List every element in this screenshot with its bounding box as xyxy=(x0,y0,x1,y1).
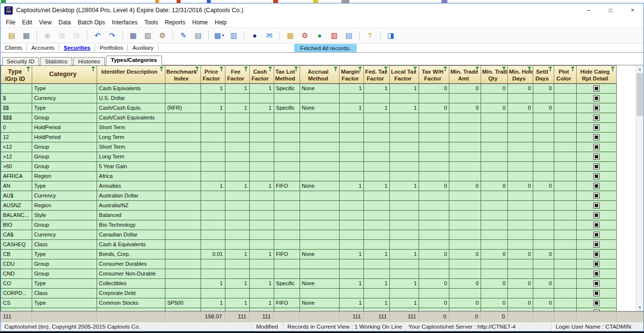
cell-taxwh[interactable] xyxy=(419,152,449,162)
filter-icon[interactable] xyxy=(195,67,200,72)
cell-localtax[interactable]: 1 xyxy=(390,84,419,94)
cell-taxlot[interactable]: FIFO xyxy=(274,298,300,308)
cell-fee[interactable]: 1 xyxy=(225,298,250,308)
cell-margin[interactable] xyxy=(340,94,364,103)
cell-benchmark[interactable] xyxy=(165,84,201,94)
cell-benchmark[interactable] xyxy=(165,230,201,240)
cell-price[interactable] xyxy=(201,191,225,201)
column-header-min_hold[interactable]: Min. HoldDays xyxy=(508,66,533,84)
filter-icon[interactable] xyxy=(571,67,575,72)
cell-margin[interactable] xyxy=(340,230,364,240)
cell-id[interactable]: $ xyxy=(1,94,32,103)
cell-fee[interactable] xyxy=(225,152,250,162)
cell-min_qty[interactable]: 0 xyxy=(481,298,508,308)
cell-margin[interactable] xyxy=(340,133,364,142)
cell-taxlot[interactable]: FIFO xyxy=(274,250,300,259)
cell-accrual[interactable]: None xyxy=(300,84,340,94)
web-icon[interactable]: ● xyxy=(313,30,326,41)
cell-fedtax[interactable] xyxy=(364,230,390,240)
cell-description[interactable]: U.S. Dollar xyxy=(97,94,165,103)
cell-description[interactable]: Consumer Non-Durable xyxy=(97,269,165,279)
cell-min_amt[interactable] xyxy=(449,269,481,279)
cell-plot[interactable] xyxy=(554,298,577,308)
cell-fedtax[interactable]: 1 xyxy=(364,250,390,259)
cell-localtax[interactable] xyxy=(390,201,419,211)
cell-price[interactable]: 1 xyxy=(201,279,225,289)
menu-item-interfaces[interactable]: Interfaces xyxy=(108,18,141,27)
cell-plot[interactable] xyxy=(554,172,577,181)
cell-cash[interactable] xyxy=(250,123,274,133)
cell-margin[interactable] xyxy=(340,220,364,230)
cell-min_qty[interactable] xyxy=(481,240,508,250)
cell-fedtax[interactable]: 1 xyxy=(364,181,390,191)
cell-plot[interactable] xyxy=(554,103,577,113)
cell-taxlot[interactable] xyxy=(274,113,300,123)
hide-category-checkbox[interactable] xyxy=(593,154,600,160)
cell-taxlot[interactable] xyxy=(274,211,300,220)
cell-localtax[interactable] xyxy=(390,230,419,240)
cell-margin[interactable] xyxy=(340,152,364,162)
filter-icon[interactable] xyxy=(160,67,164,72)
cell-price[interactable]: 1 xyxy=(201,181,225,191)
cell-min_amt[interactable] xyxy=(449,152,481,162)
cell-id[interactable]: $$$ xyxy=(1,113,32,123)
column-header-price[interactable]: PriceFactor xyxy=(201,66,225,84)
cell-taxwh[interactable]: 0 xyxy=(419,279,449,289)
cell-min_amt[interactable] xyxy=(449,289,481,298)
cell-settl[interactable]: 0 xyxy=(533,279,554,289)
cell-accrual[interactable] xyxy=(300,123,340,133)
cell-localtax[interactable] xyxy=(390,123,419,133)
cell-category[interactable]: Type xyxy=(32,279,97,289)
cell-fedtax[interactable] xyxy=(364,142,390,152)
tab-accounts[interactable]: Accounts xyxy=(27,44,59,51)
cell-min_amt[interactable] xyxy=(449,240,481,250)
hide-category-checkbox[interactable] xyxy=(593,95,600,101)
cell-min_hold[interactable] xyxy=(508,162,533,172)
cell-margin[interactable] xyxy=(340,191,364,201)
cell-category[interactable]: Type xyxy=(32,84,97,94)
cell-min_qty[interactable] xyxy=(481,191,508,201)
cell-fedtax[interactable] xyxy=(364,162,390,172)
cell-cash[interactable] xyxy=(250,220,274,230)
cell-taxwh[interactable] xyxy=(419,240,449,250)
cell-accrual[interactable]: None xyxy=(300,103,340,113)
menu-item-view[interactable]: View xyxy=(36,18,55,27)
cell-settl[interactable] xyxy=(533,211,554,220)
cell-plot[interactable] xyxy=(554,123,577,133)
hide-category-checkbox[interactable] xyxy=(593,280,600,287)
notes-icon[interactable]: ▤ xyxy=(192,30,204,41)
filter-icon[interactable] xyxy=(611,67,615,72)
cell-plot[interactable] xyxy=(554,269,577,279)
cell-cash[interactable] xyxy=(250,94,274,103)
cell-settl[interactable] xyxy=(533,191,554,201)
cell-cash[interactable]: 1 xyxy=(250,298,274,308)
cell-id[interactable]: AUSNZ xyxy=(1,201,32,211)
filter-icon[interactable] xyxy=(548,67,553,72)
subtab-types-categories[interactable]: Types/Categories xyxy=(106,56,162,65)
cell-category[interactable]: Type xyxy=(32,103,97,113)
cell-category[interactable]: Class xyxy=(32,240,97,250)
cell-price[interactable] xyxy=(201,152,225,162)
cell-price[interactable] xyxy=(201,142,225,152)
column-header-cash[interactable]: CashFactor xyxy=(250,66,274,84)
menu-item-reports[interactable]: Reports xyxy=(161,18,189,27)
cell-price[interactable] xyxy=(201,172,225,181)
paste-icon[interactable]: ⊟ xyxy=(70,30,83,41)
cell-taxwh[interactable] xyxy=(419,172,449,181)
cell-fee[interactable] xyxy=(225,220,250,230)
cell-margin[interactable] xyxy=(340,142,364,152)
column-header-min_amt[interactable]: Min. TradeAmt xyxy=(449,66,481,84)
cell-description[interactable]: Long Term xyxy=(97,152,165,162)
cell-hide[interactable] xyxy=(577,94,617,103)
cell-price[interactable] xyxy=(201,289,225,298)
cell-hide[interactable] xyxy=(577,181,617,191)
cell-id[interactable]: CB xyxy=(1,250,32,259)
grid-view-dropdown-arrow-icon[interactable]: ▾ xyxy=(222,33,224,38)
cell-id[interactable]: CDU xyxy=(1,259,32,269)
cell-localtax[interactable] xyxy=(390,211,419,220)
cell-fee[interactable] xyxy=(225,240,250,250)
cell-cash[interactable] xyxy=(250,240,274,250)
filter-icon[interactable] xyxy=(294,67,299,72)
cell-category[interactable]: Currency xyxy=(32,191,97,201)
cell-accrual[interactable] xyxy=(300,191,340,201)
